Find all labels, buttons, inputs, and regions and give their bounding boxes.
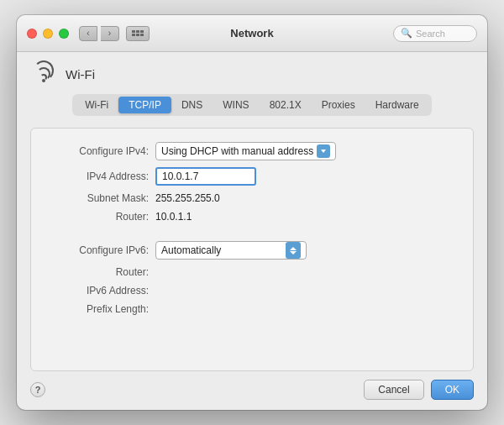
router-label: Router: bbox=[48, 211, 149, 223]
tabs-bar: Wi-Fi TCP/IP DNS WINS 802.1X Proxies Har… bbox=[72, 94, 431, 116]
form-area: Configure IPv4: Using DHCP with manual a… bbox=[30, 128, 474, 371]
configure-ipv4-dropdown[interactable]: Using DHCP with manual address bbox=[155, 142, 336, 160]
search-placeholder: Search bbox=[416, 29, 445, 39]
tab-hardware[interactable]: Hardware bbox=[365, 97, 429, 113]
configure-ipv4-label: Configure IPv4: bbox=[48, 145, 149, 157]
dropdown-arrow-icon bbox=[317, 144, 330, 158]
tab-tcpip[interactable]: TCP/IP bbox=[118, 97, 171, 113]
window-title: Network bbox=[230, 27, 273, 39]
subnet-mask-label: Subnet Mask: bbox=[48, 192, 149, 204]
router6-label: Router: bbox=[48, 266, 149, 278]
nav-buttons: ‹ › bbox=[79, 26, 119, 41]
back-button[interactable]: ‹ bbox=[79, 26, 97, 41]
subnet-mask-row: Subnet Mask: 255.255.255.0 bbox=[48, 192, 456, 204]
configure-ipv4-value: Using DHCP with manual address bbox=[161, 145, 313, 157]
ipv6-address-row: IPv6 Address: bbox=[48, 285, 456, 296]
title-bar: ‹ › Network 🔍 Search bbox=[17, 15, 487, 52]
ipv4-address-row: IPv4 Address: bbox=[48, 167, 456, 186]
dropdown-dual-arrow-icon bbox=[286, 242, 301, 259]
configure-ipv6-dropdown[interactable]: Automatically bbox=[155, 241, 307, 260]
tab-wins[interactable]: WINS bbox=[213, 97, 259, 113]
ok-button[interactable]: OK bbox=[431, 380, 474, 400]
tab-8021x[interactable]: 802.1X bbox=[260, 97, 312, 113]
maximize-button[interactable] bbox=[59, 29, 69, 39]
main-window: ‹ › Network 🔍 Search bbox=[17, 15, 487, 410]
minimize-button[interactable] bbox=[43, 29, 53, 39]
configure-ipv4-row: Configure IPv4: Using DHCP with manual a… bbox=[48, 142, 456, 160]
ipv4-address-input[interactable] bbox=[155, 167, 256, 186]
tab-wifi[interactable]: Wi-Fi bbox=[75, 97, 118, 113]
tab-dns[interactable]: DNS bbox=[171, 97, 213, 113]
content-area: Wi-Fi Wi-Fi TCP/IP DNS WINS 802.1X Proxi… bbox=[17, 52, 487, 410]
footer: ? Cancel OK bbox=[30, 371, 474, 400]
router6-row: Router: bbox=[48, 266, 456, 278]
help-button[interactable]: ? bbox=[30, 382, 45, 397]
ipv4-address-label: IPv4 Address: bbox=[48, 171, 149, 182]
traffic-lights bbox=[27, 29, 69, 39]
cancel-button[interactable]: Cancel bbox=[364, 380, 423, 400]
wifi-label: Wi-Fi bbox=[66, 67, 95, 81]
wifi-dot bbox=[42, 79, 45, 82]
footer-buttons: Cancel OK bbox=[364, 380, 474, 400]
tab-proxies[interactable]: Proxies bbox=[312, 97, 365, 113]
wifi-header: Wi-Fi bbox=[30, 64, 474, 84]
forward-button[interactable]: › bbox=[101, 26, 119, 41]
wifi-icon bbox=[30, 64, 57, 84]
search-bar[interactable]: 🔍 Search bbox=[393, 25, 477, 42]
subnet-mask-value: 255.255.255.0 bbox=[155, 192, 220, 204]
configure-ipv6-label: Configure IPv6: bbox=[48, 244, 149, 256]
grid-button[interactable] bbox=[126, 26, 150, 41]
configure-ipv6-value: Automatically bbox=[161, 244, 282, 256]
prefix-length-row: Prefix Length: bbox=[48, 303, 456, 315]
prefix-length-label: Prefix Length: bbox=[48, 303, 149, 315]
search-icon: 🔍 bbox=[401, 28, 412, 39]
ipv6-address-label: IPv6 Address: bbox=[48, 285, 149, 296]
router-row: Router: 10.0.1.1 bbox=[48, 211, 456, 223]
close-button[interactable] bbox=[27, 29, 37, 39]
configure-ipv6-row: Configure IPv6: Automatically bbox=[48, 241, 456, 260]
router-value: 10.0.1.1 bbox=[155, 211, 192, 223]
grid-icon bbox=[132, 30, 144, 36]
